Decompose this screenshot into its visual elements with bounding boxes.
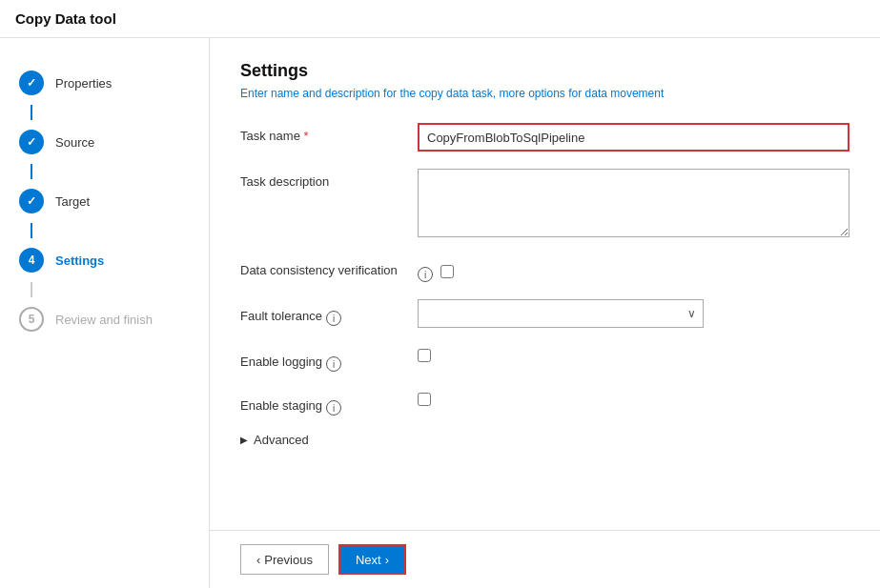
data-consistency-row: Data consistency verification i [240, 257, 849, 282]
sidebar-item-target[interactable]: ✓ Target [0, 179, 209, 223]
data-consistency-control: i [418, 257, 454, 282]
main-container: ✓ Properties ✓ Source ✓ Target 4 Setting… [0, 38, 880, 588]
step-connector-1 [31, 105, 32, 120]
fault-tolerance-select[interactable] [418, 299, 704, 328]
previous-button[interactable]: ‹ Previous [240, 544, 329, 575]
task-description-input[interactable] [418, 169, 849, 237]
chevron-right-icon: ▶ [240, 435, 248, 445]
enable-staging-label: Enable staging i [240, 389, 402, 416]
content-footer: ‹ Previous Next › [210, 530, 880, 588]
advanced-row[interactable]: ▶ Advanced [240, 433, 849, 447]
app-header: Copy Data tool [0, 0, 880, 38]
sidebar-item-source[interactable]: ✓ Source [0, 120, 209, 164]
next-button[interactable]: Next › [338, 544, 406, 575]
task-name-input[interactable] [418, 123, 849, 152]
enable-logging-info-icon[interactable]: i [326, 356, 341, 372]
sidebar-item-label-target: Target [55, 194, 90, 209]
enable-staging-control [418, 389, 431, 406]
step-circle-4: 4 [19, 248, 44, 273]
task-name-row: Task name * [240, 123, 849, 152]
task-description-control [418, 169, 849, 240]
data-consistency-label: Data consistency verification [240, 257, 402, 277]
step-circle-5: 5 [19, 307, 44, 332]
content-body: Settings Enter name and description for … [210, 38, 880, 530]
required-indicator: * [304, 129, 309, 143]
step-connector-4 [31, 282, 32, 297]
next-label: Next [356, 553, 381, 567]
sidebar-item-label-properties: Properties [55, 76, 112, 91]
sidebar-item-label-review: Review and finish [55, 313, 153, 327]
enable-logging-control [418, 345, 431, 362]
step-circle-1: ✓ [19, 71, 44, 95]
previous-icon: ‹ [256, 553, 260, 567]
sidebar-item-label-settings: Settings [55, 253, 104, 268]
step-connector-2 [31, 164, 32, 179]
data-consistency-info-icon[interactable]: i [418, 267, 433, 282]
enable-logging-label: Enable logging i [240, 345, 402, 372]
sidebar-item-properties[interactable]: ✓ Properties [0, 61, 209, 105]
sidebar-item-settings[interactable]: 4 Settings [0, 238, 209, 282]
task-description-row: Task description [240, 169, 849, 240]
next-icon: › [385, 553, 389, 567]
content-area: Settings Enter name and description for … [210, 38, 880, 588]
data-consistency-checkbox[interactable] [440, 265, 454, 278]
task-description-label: Task description [240, 169, 402, 189]
section-subtitle: Enter name and description for the copy … [240, 87, 849, 100]
previous-label: Previous [264, 553, 313, 567]
fault-tolerance-row: Fault tolerance i ∨ [240, 299, 849, 328]
sidebar: ✓ Properties ✓ Source ✓ Target 4 Setting… [0, 38, 210, 588]
app-title: Copy Data tool [15, 10, 116, 27]
task-name-control [418, 123, 849, 152]
section-title: Settings [240, 61, 849, 81]
step-connector-3 [31, 223, 32, 238]
enable-staging-info-icon[interactable]: i [326, 400, 341, 416]
enable-logging-row: Enable logging i [240, 345, 849, 372]
task-name-label: Task name * [240, 123, 402, 143]
enable-staging-checkbox[interactable] [418, 393, 431, 406]
sidebar-item-label-source: Source [55, 135, 94, 150]
fault-tolerance-label: Fault tolerance i [240, 299, 402, 326]
enable-staging-row: Enable staging i [240, 389, 849, 416]
advanced-label: Advanced [254, 433, 309, 447]
sidebar-item-review: 5 Review and finish [0, 297, 209, 341]
step-circle-2: ✓ [19, 130, 44, 154]
fault-tolerance-info-icon[interactable]: i [326, 311, 341, 326]
fault-tolerance-control: ∨ [418, 299, 849, 328]
enable-logging-checkbox[interactable] [418, 349, 431, 362]
step-circle-3: ✓ [19, 189, 44, 213]
